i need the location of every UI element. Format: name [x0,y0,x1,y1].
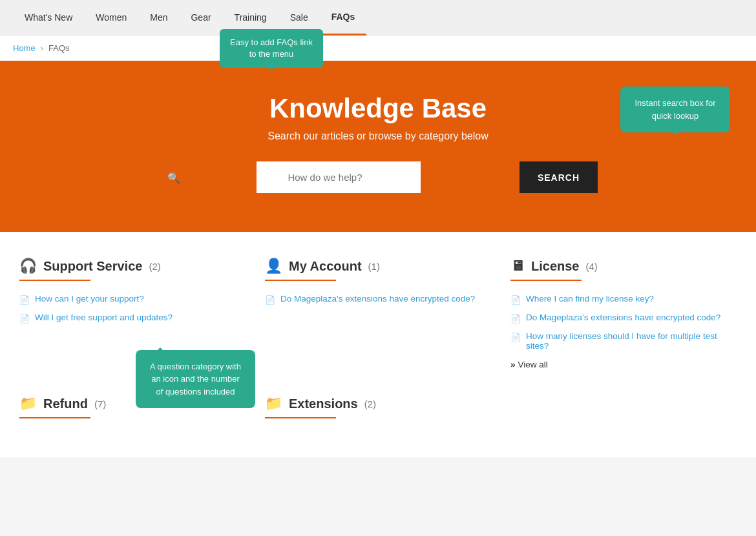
list-item[interactable]: 📄 How can I get your support? [19,294,246,305]
doc-icon: 📄 [510,314,521,324]
doc-icon: 📄 [19,314,30,324]
nav-item-faqs[interactable]: FAQs [320,0,367,36]
category-underline-account [265,280,336,281]
doc-icon: 📄 [265,295,275,305]
faq-list-account: 📄 Do Mageplaza's extensions have encrypt… [265,294,491,305]
faq-question[interactable]: Do Mageplaza's extensions have encrypted… [280,294,475,304]
faq-question[interactable]: Do Mageplaza's extensions have encrypted… [526,313,720,322]
search-bar: SEARCH [158,161,598,193]
faq-list-support: 📄 How can I get your support? 📄 Will I g… [19,294,246,324]
category-title-refund: Refund [43,397,88,411]
breadcrumb-home[interactable]: Home [13,43,36,53]
category-title-license: License [531,259,579,274]
list-item[interactable]: 📄 Will I get free support and updates? [19,313,246,324]
faq-question[interactable]: How many licenses should I have for mult… [526,331,737,351]
category-title-support: Support Service [43,259,142,274]
category-underline-license [510,280,582,281]
category-count-refund: (7) [94,398,106,409]
breadcrumb: Home › FAQs Easy to add FAQs link to the… [0,36,756,61]
category-title-extensions: Extensions [289,397,358,411]
search-input[interactable] [257,161,421,193]
category-title-account: My Account [289,259,362,274]
list-item[interactable]: 📄 Where I can find my license key? [510,294,737,305]
list-item[interactable]: 📄 Do Mageplaza's extensions have encrypt… [265,294,491,305]
nav-item-men[interactable]: Men [138,0,179,36]
nav-item-women[interactable]: Women [84,0,138,36]
view-all-link[interactable]: » View all [510,360,737,369]
category-icon-support: 🎧 [19,258,37,274]
category-my-account: 👤 My Account (1) 📄 Do Mageplaza's extens… [265,258,491,369]
hero-section: Instant search box for quick lookup Know… [0,61,756,232]
doc-icon: 📄 [19,295,30,305]
doc-icon: 📄 [510,295,521,305]
breadcrumb-current: FAQs [48,43,70,53]
category-count-license: (4) [585,261,597,272]
faq-question[interactable]: Where I can find my license key? [526,294,654,304]
category-underline-extensions [265,417,336,418]
view-all-arrows: » [510,360,516,369]
faq-list-license: 📄 Where I can find my license key? 📄 Do … [510,294,737,351]
list-item[interactable]: 📄 How many licenses should I have for mu… [510,331,737,351]
category-extensions: 📁 Extensions (2) [265,395,491,431]
category-support-service: 🎧 Support Service (2) 📄 How can I get yo… [19,258,246,369]
tooltip-search: Instant search box for quick lookup [620,87,730,132]
main-content: 🎧 Support Service (2) 📄 How can I get yo… [0,232,756,457]
category-icon-license: 🖥 [510,258,525,274]
main-nav: What's New Women Men Gear Training Sale … [0,0,756,36]
category-count-support: (2) [149,261,160,272]
category-icon-refund: 📁 [19,395,37,412]
category-license: 🖥 License (4) 📄 Where I can find my lice… [510,258,737,369]
category-count-extensions: (2) [364,398,376,409]
category-underline-support [19,280,90,281]
nav-item-whats-new[interactable]: What's New [13,0,84,36]
tooltip-category: A question category with an icon and the… [136,350,255,409]
categories-grid: 🎧 Support Service (2) 📄 How can I get yo… [19,258,737,431]
search-button[interactable]: SEARCH [520,161,598,193]
category-underline-refund [19,417,90,418]
breadcrumb-separator: › [41,43,43,53]
faq-question[interactable]: How can I get your support? [35,294,144,304]
view-all-label[interactable]: View all [518,360,548,369]
category-icon-account: 👤 [265,258,282,274]
faq-question[interactable]: Will I get free support and updates? [35,313,173,322]
doc-icon: 📄 [510,333,521,342]
category-icon-extensions: 📁 [265,395,282,412]
tooltip-menu: Easy to add FAQs link to the menu [220,29,323,68]
list-item[interactable]: 📄 Do Mageplaza's extensions have encrypt… [510,313,737,324]
nav-item-gear[interactable]: Gear [179,0,222,36]
category-count-account: (1) [368,261,380,272]
